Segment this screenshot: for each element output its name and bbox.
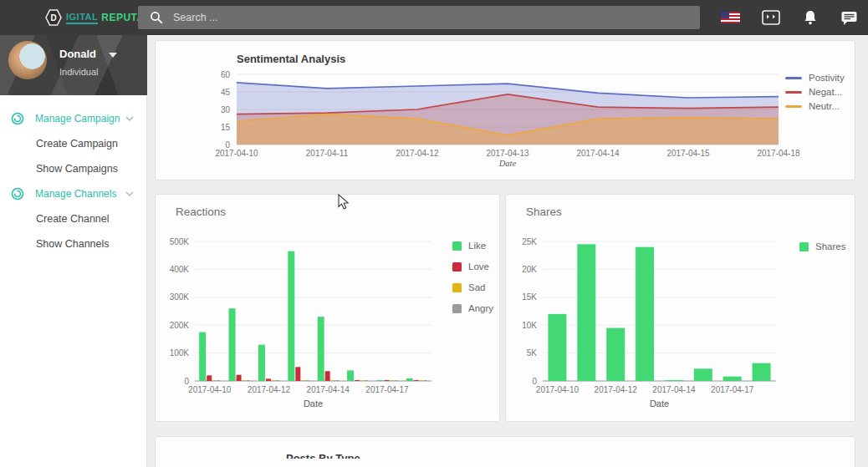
search-input[interactable] bbox=[173, 12, 641, 23]
sidebar-item-label: Show Campaigns bbox=[36, 163, 118, 175]
svg-text:2017-04-10: 2017-04-10 bbox=[536, 385, 580, 394]
svg-text:15K: 15K bbox=[522, 292, 537, 302]
svg-text:2017-04-17: 2017-04-17 bbox=[365, 385, 409, 394]
legend-item-love[interactable]: Love bbox=[452, 261, 493, 272]
svg-text:25K: 25K bbox=[522, 237, 537, 246]
svg-text:2017-04-17: 2017-04-17 bbox=[711, 385, 754, 394]
swirl-icon bbox=[11, 187, 24, 201]
svg-text:2017-04-18: 2017-04-18 bbox=[757, 149, 800, 158]
legend-swatch bbox=[452, 283, 462, 292]
shares-chart-canvas: 05K10K15K20K25K2017-04-102017-04-122017-… bbox=[506, 195, 856, 423]
legend-item-shares[interactable]: Shares bbox=[799, 241, 845, 251]
messages-chat-icon[interactable] bbox=[840, 10, 858, 26]
svg-text:60: 60 bbox=[221, 70, 231, 79]
svg-text:45: 45 bbox=[221, 88, 231, 97]
legend-label: Angry bbox=[468, 303, 493, 313]
legend-item-neutr[interactable]: Neutr... bbox=[785, 101, 845, 111]
legend-swatch bbox=[452, 262, 462, 272]
shares-card: Shares 05K10K15K20K25K2017-04-102017-04-… bbox=[505, 194, 855, 422]
sentiment-legend: PostivityNegat...Neutr... bbox=[785, 73, 845, 111]
search-box[interactable] bbox=[138, 6, 700, 29]
reactions-legend: LikeLoveSadAngry bbox=[452, 241, 493, 313]
svg-text:2017-04-11: 2017-04-11 bbox=[306, 149, 349, 158]
legend-label: Love bbox=[468, 261, 489, 272]
legend-label: Negat... bbox=[809, 87, 842, 97]
legend-item-angry[interactable]: Angry bbox=[452, 303, 493, 313]
flag-canton bbox=[721, 12, 729, 18]
chevron-down-icon bbox=[125, 191, 134, 196]
legend-item-negat[interactable]: Negat... bbox=[785, 87, 845, 97]
shares-legend: Shares bbox=[799, 241, 845, 251]
legend-swatch bbox=[452, 304, 462, 313]
svg-text:15: 15 bbox=[221, 123, 231, 132]
sentiment-chart-canvas: 0153045602017-04-102017-04-112017-04-122… bbox=[156, 41, 856, 181]
sidebar-item-label: Manage Campaign bbox=[35, 113, 120, 124]
notifications-bell-icon[interactable] bbox=[802, 9, 819, 27]
svg-text:10K: 10K bbox=[522, 321, 537, 330]
svg-text:5K: 5K bbox=[527, 348, 538, 358]
svg-text:500K: 500K bbox=[170, 237, 190, 246]
mouse-cursor bbox=[338, 194, 350, 211]
sidebar-item-manage-campaign[interactable]: Manage Campaign bbox=[0, 106, 147, 131]
legend-swatch bbox=[452, 241, 462, 251]
svg-text:2017-04-14: 2017-04-14 bbox=[307, 385, 350, 394]
svg-text:0: 0 bbox=[225, 140, 230, 150]
svg-text:2017-04-13: 2017-04-13 bbox=[486, 149, 529, 158]
sidebar-item-label: Create Campaign bbox=[36, 138, 118, 150]
svg-text:D: D bbox=[50, 13, 56, 23]
legend-item-postivity[interactable]: Postivity bbox=[785, 73, 845, 83]
svg-text:2017-04-12: 2017-04-12 bbox=[396, 149, 439, 158]
svg-text:300K: 300K bbox=[170, 292, 190, 302]
reactions-card: Reactions 0100K200K300K400K500K2017-04-1… bbox=[155, 194, 500, 422]
sidebar: Donald Individual Manage Campaign Create… bbox=[0, 35, 147, 467]
svg-text:2017-04-14: 2017-04-14 bbox=[576, 149, 620, 158]
sidebar-item-create-campaign[interactable]: Create Campaign bbox=[0, 131, 147, 156]
posts-by-type-card: Posts By Type bbox=[155, 436, 855, 467]
legend-label: Neutr... bbox=[809, 101, 840, 111]
sidebar-item-show-campaigns[interactable]: Show Campaigns bbox=[0, 156, 147, 181]
main-content: Sentimental Analysis 0153045602017-04-10… bbox=[147, 35, 868, 467]
svg-text:Date: Date bbox=[498, 159, 517, 168]
legend-item-like[interactable]: Like bbox=[452, 241, 493, 251]
svg-text:2017-04-10: 2017-04-10 bbox=[215, 149, 258, 158]
svg-text:2017-04-10: 2017-04-10 bbox=[188, 385, 232, 394]
reactions-chart-canvas: 0100K200K300K400K500K2017-04-102017-04-1… bbox=[156, 195, 501, 423]
svg-text:0: 0 bbox=[184, 377, 189, 386]
svg-text:2017-04-12: 2017-04-12 bbox=[248, 385, 291, 394]
sentiment-analysis-card: Sentimental Analysis 0153045602017-04-10… bbox=[155, 40, 855, 180]
legend-label: Like bbox=[468, 241, 486, 251]
legend-swatch bbox=[785, 105, 802, 108]
sidebar-item-create-channel[interactable]: Create Channel bbox=[0, 206, 147, 231]
user-name[interactable]: Donald bbox=[59, 48, 96, 60]
svg-text:100K: 100K bbox=[170, 348, 190, 358]
svg-text:2017-04-14: 2017-04-14 bbox=[652, 385, 696, 394]
user-dropdown-caret-icon[interactable] bbox=[109, 53, 117, 58]
legend-swatch bbox=[799, 242, 809, 251]
svg-text:30: 30 bbox=[221, 105, 231, 114]
logo-hexagon-icon: D bbox=[44, 8, 63, 28]
svg-text:200K: 200K bbox=[170, 321, 190, 330]
logo-text-digital: IGITAL bbox=[66, 12, 98, 24]
legend-label: Sad bbox=[468, 282, 485, 292]
swirl-icon bbox=[11, 112, 24, 125]
dashboard-page: { "topbar": { "logo": { "letter": "D", "… bbox=[0, 0, 868, 467]
fullscreen-icon[interactable] bbox=[762, 10, 780, 26]
legend-label: Shares bbox=[815, 241, 845, 251]
user-panel: Donald Individual bbox=[0, 35, 147, 95]
sidebar-item-label: Create Channel bbox=[36, 213, 110, 225]
legend-label: Postivity bbox=[809, 73, 845, 83]
posts-by-type-title-clipped: Posts By Type bbox=[286, 450, 360, 459]
sidebar-item-label: Manage Channels bbox=[35, 188, 116, 200]
user-avatar[interactable] bbox=[8, 41, 47, 79]
sidebar-item-label: Show Channels bbox=[36, 238, 110, 250]
language-flag-icon[interactable] bbox=[721, 12, 740, 23]
sidebar-item-manage-channels[interactable]: Manage Channels bbox=[0, 181, 147, 206]
sidebar-item-show-channels[interactable]: Show Channels bbox=[0, 231, 147, 256]
legend-item-sad[interactable]: Sad bbox=[452, 282, 493, 292]
svg-text:2017-04-15: 2017-04-15 bbox=[666, 149, 710, 158]
svg-text:Date: Date bbox=[304, 398, 323, 409]
sidebar-menu: Manage Campaign Create Campaign Show Cam… bbox=[0, 106, 147, 256]
user-role: Individual bbox=[59, 67, 98, 77]
svg-text:0: 0 bbox=[532, 377, 537, 386]
topbar: D IGITAL REPUTATION bbox=[0, 0, 868, 35]
